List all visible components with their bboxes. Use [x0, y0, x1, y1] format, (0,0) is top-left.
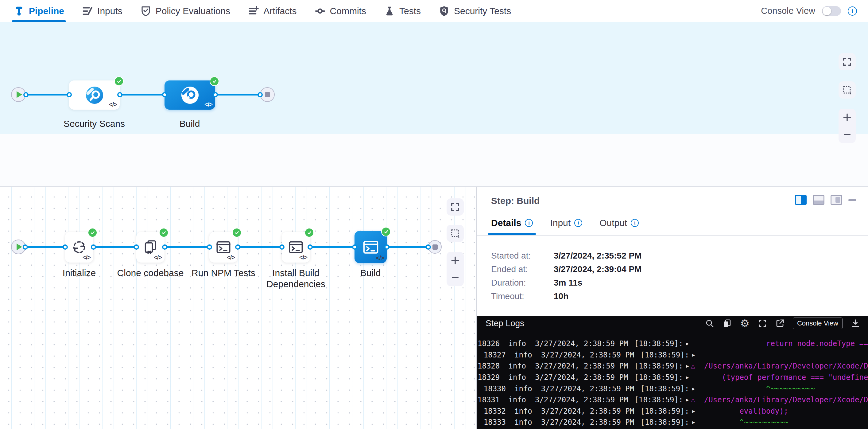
step-node-install-build-dependencies[interactable]: </> [282, 232, 310, 263]
expand-log-icon[interactable]: ▶ [686, 341, 689, 346]
port [308, 244, 313, 250]
tab-label: Tests [399, 6, 421, 16]
security-scan-stage-icon [85, 86, 104, 105]
settings-gear-icon[interactable]: ⚙ [740, 319, 749, 328]
fullscreen-icon[interactable] [758, 319, 767, 328]
success-badge-icon [305, 228, 314, 237]
info-icon[interactable]: i [525, 219, 533, 227]
shield-search-icon [439, 5, 450, 17]
tab-inputs[interactable]: Inputs [82, 0, 122, 22]
tab-policy-evaluations[interactable]: Policy Evaluations [140, 0, 230, 22]
tab-security-tests[interactable]: Security Tests [439, 0, 511, 22]
stage-label: Security Scans [48, 119, 140, 129]
info-icon[interactable]: i [848, 6, 857, 16]
step-graph-canvas[interactable]: </> Initialize </> Clone codebase </> Ru… [0, 187, 476, 429]
console-view-toggle[interactable] [822, 6, 841, 16]
port [23, 244, 28, 250]
zoom-in-button[interactable] [839, 109, 856, 126]
step-node-build[interactable]: </> [354, 231, 387, 263]
tab-pipeline[interactable]: Pipeline [13, 0, 64, 22]
search-icon[interactable] [705, 319, 714, 328]
console-view-label: Console View [761, 6, 815, 16]
fit-to-screen-button[interactable] [839, 53, 856, 70]
expand-log-icon[interactable]: ▶ [686, 363, 689, 369]
layout-bottom-icon[interactable] [813, 195, 825, 205]
zoom-out-button[interactable] [839, 126, 856, 143]
play-icon [17, 91, 22, 98]
log-row: 18330info3/27/2024, 2:38:59 PM[18:38:59]… [477, 383, 868, 394]
expand-log-icon[interactable]: ▶ [692, 420, 698, 425]
stage-node-security-scans[interactable]: </> [69, 81, 120, 110]
copy-icon[interactable] [722, 319, 732, 328]
port [426, 244, 431, 250]
expand-log-icon[interactable]: ▶ [692, 408, 698, 414]
detail-started-at: Started at:3/27/2024, 2:35:52 PM [491, 251, 531, 261]
port [213, 92, 218, 97]
success-badge-icon [114, 76, 124, 86]
info-icon[interactable]: i [631, 219, 639, 227]
artifacts-icon [248, 5, 259, 17]
tab-label: Security Tests [454, 6, 511, 16]
stage-label: Build [144, 119, 236, 129]
step-logs-header: Step Logs ⚙ Console View [477, 316, 868, 331]
port [235, 244, 240, 250]
success-badge-icon [88, 228, 97, 237]
tab-label: Artifacts [264, 6, 297, 16]
log-row: 18329info3/27/2024, 2:38:59 PM[18:38:59]… [477, 372, 868, 383]
info-icon[interactable]: i [574, 219, 582, 227]
stage-graph-canvas[interactable]: </> Security Scans </> Build [0, 22, 868, 134]
pipeline-icon [13, 5, 25, 17]
play-icon [17, 244, 22, 250]
tab-details[interactable]: Details i [491, 218, 533, 235]
tab-output[interactable]: Output i [599, 218, 639, 235]
zoom-controls [446, 252, 464, 286]
step-panel-tabs: Details i Input i Output i [491, 218, 639, 235]
step-node-clone-codebase[interactable]: </> [136, 232, 164, 263]
marquee-select-button[interactable] [839, 81, 856, 99]
tab-artifacts[interactable]: Artifacts [248, 0, 297, 22]
port [91, 244, 96, 250]
zoom-out-button[interactable] [446, 269, 464, 286]
top-navigation-bar: Pipeline Inputs Policy Evaluations Artif… [0, 0, 868, 22]
port [279, 244, 284, 250]
console-view-button[interactable]: Console View [793, 317, 842, 329]
port [352, 244, 357, 250]
expand-log-icon[interactable]: ▶ [686, 397, 689, 403]
flask-icon [384, 5, 395, 17]
port [117, 92, 122, 97]
step-details-panel: Step: Build Details i Input i Output i S… [477, 187, 868, 429]
terminal-icon [362, 239, 379, 256]
panel-divider[interactable] [476, 187, 477, 429]
detail-timeout: Timeout:10h [491, 292, 524, 301]
panel-layout-controls [795, 195, 856, 205]
layout-right-panel-icon[interactable] [831, 195, 842, 205]
commit-icon [315, 5, 326, 17]
tab-commits[interactable]: Commits [315, 0, 366, 22]
tab-label: Pipeline [29, 6, 64, 16]
port [23, 92, 29, 97]
code-template-icon: </> [227, 254, 235, 261]
log-row: 18327info3/27/2024, 2:38:59 PM[18:38:59]… [477, 349, 868, 361]
layout-split-right-icon[interactable] [795, 195, 807, 205]
divider [477, 235, 868, 236]
log-row-warning: 18328info3/27/2024, 2:38:59 PM[18:38:59]… [477, 361, 868, 372]
stop-icon [265, 92, 270, 97]
marquee-select-button[interactable] [446, 225, 464, 242]
minimize-panel-icon[interactable] [848, 199, 856, 201]
tab-label: Commits [330, 6, 366, 16]
port [162, 92, 167, 97]
stage-node-build[interactable]: </> [164, 81, 215, 110]
step-node-run-npm-tests[interactable]: </> [209, 232, 238, 263]
expand-log-icon[interactable]: ▶ [692, 386, 698, 392]
zoom-in-button[interactable] [446, 252, 464, 269]
expand-log-icon[interactable]: ▶ [686, 375, 689, 380]
download-icon[interactable] [851, 319, 860, 328]
step-node-initialize[interactable]: </> [65, 232, 93, 263]
tab-input[interactable]: Input i [550, 218, 582, 235]
step-logs-console[interactable]: 18326info3/27/2024, 2:38:59 PM[18:38:59]… [477, 331, 868, 429]
expand-log-icon[interactable]: ▶ [692, 352, 698, 358]
open-in-new-icon[interactable] [775, 319, 784, 328]
fit-to-screen-button[interactable] [446, 198, 464, 216]
nav-tabs: Pipeline Inputs Policy Evaluations Artif… [13, 0, 511, 22]
tab-tests[interactable]: Tests [384, 0, 421, 22]
